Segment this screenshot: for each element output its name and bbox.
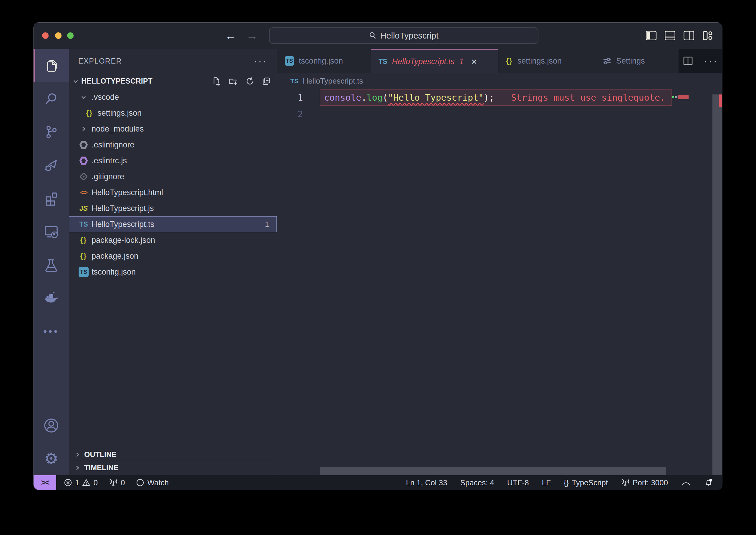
eslint-icon xyxy=(79,156,88,165)
workspace-section-header[interactable]: HELLOTYPESCRIPT xyxy=(69,73,277,89)
split-editor-icon[interactable] xyxy=(683,56,693,66)
broadcast-indicator[interactable]: 0 xyxy=(109,478,125,487)
tree-item-tsconfig-json[interactable]: TS tsconfig.json xyxy=(69,264,277,280)
language-mode[interactable]: {} TypeScript xyxy=(564,478,608,487)
activity-explorer[interactable] xyxy=(34,49,69,82)
indentation[interactable]: Spaces: 4 xyxy=(460,478,494,487)
close-window-button[interactable] xyxy=(42,32,48,39)
timeline-section-header[interactable]: TIMELINE xyxy=(69,460,277,475)
refresh-icon[interactable] xyxy=(246,77,254,86)
remote-indicator-button[interactable]: >< xyxy=(34,475,56,490)
tree-item-vscode-folder[interactable]: .vscode xyxy=(69,89,277,105)
file-name: tsconfig.json xyxy=(92,268,136,277)
gear-icon: ⚙ xyxy=(44,451,58,467)
tab-bar: TS tsconfig.json TS HelloTypescript.ts 1… xyxy=(277,49,722,73)
activity-docker[interactable] xyxy=(34,282,69,315)
tree-item-package-lock-json[interactable]: {} package-lock.json xyxy=(69,232,277,248)
tree-item-eslintrc[interactable]: .eslintrc.js xyxy=(69,153,277,169)
toggle-panel-icon[interactable] xyxy=(665,31,675,40)
tab-settings-ui[interactable]: Settings xyxy=(595,49,679,73)
activity-testing[interactable] xyxy=(34,248,69,282)
accounts-button[interactable] xyxy=(34,409,69,442)
activity-source-control[interactable] xyxy=(34,115,69,149)
remote-explorer-icon xyxy=(43,224,59,240)
file-name: node_modules xyxy=(92,125,144,134)
warning-count: 0 xyxy=(93,478,98,487)
minimize-window-button[interactable] xyxy=(55,32,62,39)
toggle-primary-sidebar-icon[interactable] xyxy=(646,31,656,40)
watch-indicator[interactable]: Watch xyxy=(136,478,169,487)
search-value: HelloTypescript xyxy=(380,31,438,41)
file-name: HelloTypescript.ts xyxy=(92,220,154,229)
activity-extensions[interactable] xyxy=(34,182,69,215)
breadcrumb-file: HelloTypescript.ts xyxy=(303,76,363,86)
tree-item-node-modules[interactable]: node_modules xyxy=(69,121,277,137)
tree-item-package-json[interactable]: {} package.json xyxy=(69,248,277,264)
close-tab-icon[interactable]: × xyxy=(471,56,477,67)
json-icon: {} xyxy=(79,252,89,260)
activity-more[interactable]: ••• xyxy=(34,315,69,348)
tab-error-count: 1 xyxy=(459,57,464,66)
cursor-position[interactable]: Ln 1, Col 33 xyxy=(406,478,447,487)
outline-section-header[interactable]: OUTLINE xyxy=(69,449,277,460)
horizontal-scrollbar[interactable] xyxy=(320,467,666,475)
file-name: settings.json xyxy=(98,109,142,118)
more-actions-icon[interactable]: ··· xyxy=(704,55,718,67)
zoom-window-button[interactable] xyxy=(67,32,73,39)
tab-hellotypescript-ts[interactable]: TS HelloTypescript.ts 1 × xyxy=(371,49,498,73)
watch-circle-icon xyxy=(136,478,144,487)
beaker-icon xyxy=(44,258,59,273)
tab-settings-json[interactable]: {} settings.json xyxy=(498,49,595,73)
status-bar: >< 1 0 xyxy=(34,475,722,490)
file-tree: .vscode {} settings.json node_modules .e… xyxy=(69,89,277,449)
tree-item-hellotypescript-js[interactable]: JS HelloTypescript.js xyxy=(69,200,277,216)
notifications-bell-icon[interactable] xyxy=(704,478,713,487)
vertical-scrollbar[interactable] xyxy=(712,95,722,475)
tree-item-gitignore[interactable]: .gitignore xyxy=(69,169,277,184)
token-string: "Hello Typescript" xyxy=(388,92,484,103)
breadcrumb[interactable]: TS HelloTypescript.ts xyxy=(277,73,722,89)
source-control-icon xyxy=(44,125,59,140)
ts-icon: TS xyxy=(79,220,89,228)
encoding[interactable]: UTF-8 xyxy=(507,478,529,487)
port-label: Port: 3000 xyxy=(633,478,668,487)
new-folder-icon[interactable] xyxy=(228,77,238,86)
settings-gear-button[interactable]: ⚙ xyxy=(34,442,69,475)
json-icon: {} xyxy=(506,57,513,65)
file-name: package-lock.json xyxy=(92,236,155,245)
activity-remote-explorer[interactable] xyxy=(34,215,69,248)
eol-sequence[interactable]: LF xyxy=(542,478,550,487)
new-file-icon[interactable] xyxy=(212,77,221,86)
navigate-forward-icon[interactable]: → xyxy=(246,22,258,49)
title-bar: ← → HelloTypescript xyxy=(34,22,722,49)
code-editor[interactable]: 1 console.log("Hello Typescript");String… xyxy=(277,89,722,475)
minimap[interactable] xyxy=(672,95,690,99)
file-name: .gitignore xyxy=(92,172,124,181)
activity-run-debug[interactable] xyxy=(34,149,69,182)
tree-item-eslintignore[interactable]: .eslintignore xyxy=(69,137,277,153)
toggle-secondary-sidebar-icon[interactable] xyxy=(683,31,694,40)
editor-group: TS tsconfig.json TS HelloTypescript.ts 1… xyxy=(277,49,722,475)
command-center-search[interactable]: HelloTypescript xyxy=(269,27,538,44)
account-icon xyxy=(43,418,59,434)
tree-item-hellotypescript-html[interactable]: <> HelloTypescript.html xyxy=(69,184,277,200)
tree-item-hellotypescript-ts[interactable]: TS HelloTypescript.ts 1 xyxy=(69,216,277,232)
explorer-more-actions[interactable]: ··· xyxy=(254,55,267,67)
collapse-all-icon[interactable] xyxy=(262,77,271,86)
port-indicator[interactable]: Port: 3000 xyxy=(621,478,668,487)
ts-icon: TS xyxy=(379,58,387,66)
eslint-icon xyxy=(79,140,88,149)
problems-indicator[interactable]: 1 0 xyxy=(64,478,98,487)
timeline-label: TIMELINE xyxy=(84,464,119,472)
outline-label: OUTLINE xyxy=(84,450,117,459)
file-name: .eslintignore xyxy=(92,140,134,150)
customize-layout-icon[interactable] xyxy=(702,31,713,40)
activity-search[interactable] xyxy=(34,82,69,115)
tab-tsconfig-json[interactable]: TS tsconfig.json xyxy=(277,49,371,73)
token-log: log xyxy=(367,92,383,103)
tree-item-settings-json[interactable]: {} settings.json xyxy=(69,105,277,121)
chevron-right-icon xyxy=(80,126,87,132)
sync-arc-icon[interactable] xyxy=(681,479,691,487)
navigate-back-icon[interactable]: ← xyxy=(225,22,237,49)
tsconfig-icon: TS xyxy=(285,56,294,66)
